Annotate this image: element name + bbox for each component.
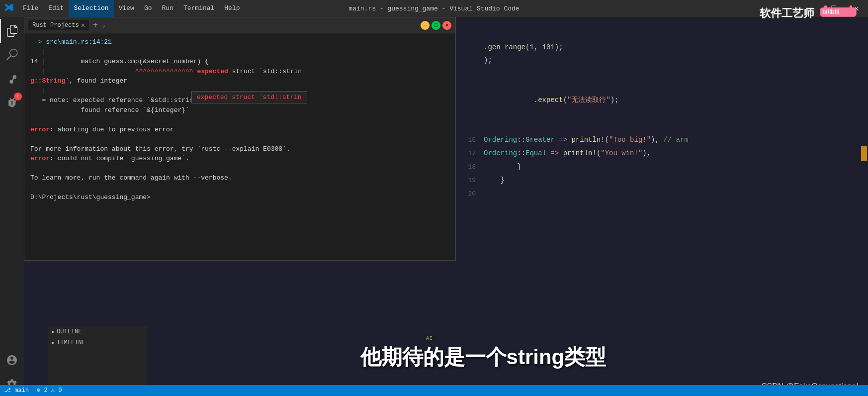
code-line-empty2: [464, 80, 860, 94]
terminal-tab[interactable]: Rust Projects ✕: [28, 20, 89, 30]
terminal-line-2: |: [30, 47, 449, 57]
terminal-line-5: g::String`, found integer: [30, 76, 449, 86]
terminal-line-16: [30, 183, 449, 193]
terminal-content[interactable]: --> src\main.rs:14:21 | 14 | match guess…: [24, 33, 455, 261]
terminal-line-1: --> src\main.rs:14:21: [30, 37, 449, 47]
bilibili-logo: bilibili: [818, 4, 858, 23]
terminal-line-6: |: [30, 86, 449, 96]
code-line-19: 19 }: [464, 174, 860, 187]
code-line-ordering-equal: 17 Ordering::Equal => println!("You win!…: [464, 147, 860, 160]
activity-bar: !: [0, 17, 24, 396]
watermark-text: 软件工艺师: [760, 6, 814, 21]
code-line-expect: .expect("无法读取行");: [464, 94, 860, 106]
terminal-line-14: [30, 164, 449, 174]
menu-help[interactable]: Help: [219, 0, 245, 17]
menu-selection[interactable]: Selection: [69, 0, 113, 17]
code-line-ordering-greater: 16 Ordering::Greater => println!("Too bi…: [464, 133, 860, 147]
timeline-header[interactable]: ▶ TIMELINE: [48, 337, 147, 348]
title-bar: File Edit Selection View Go Run Terminal…: [0, 0, 868, 17]
activity-account[interactable]: [0, 348, 24, 372]
status-errors[interactable]: ⊗ 2 ⚠ 0: [33, 385, 66, 396]
terminal-line-13: error: could not compile `guessing_game`…: [30, 154, 449, 164]
terminal-line-12: For more information about this error, t…: [30, 144, 449, 154]
svg-text:bilibili: bilibili: [822, 8, 840, 15]
terminal-tab-label: Rust Projects: [32, 22, 79, 29]
status-branch[interactable]: ⎇ main: [0, 385, 33, 396]
outline-header[interactable]: ▶ OUTLINE: [48, 326, 147, 337]
terminal-maximize-button[interactable]: □: [432, 21, 440, 30]
terminal-line-11: [30, 134, 449, 144]
terminal-title-left: Rust Projects ✕ + ⌄: [28, 20, 105, 30]
timeline-label: TIMELINE: [57, 339, 86, 346]
terminal-line-8: found reference `&{integer}`: [30, 105, 449, 115]
code-line-16a: .gen_range(1, 101);: [464, 41, 860, 54]
terminal-line-7: = note: expected reference `&std::string…: [30, 96, 449, 105]
menu-go[interactable]: Go: [139, 0, 157, 17]
terminal-line-10: error: aborting due to previous error: [30, 125, 449, 135]
ai-badge: AI: [423, 334, 435, 342]
menu-run[interactable]: Run: [157, 0, 178, 17]
terminal-add-button[interactable]: +: [91, 21, 100, 30]
outline-chevron-icon: ▶: [52, 329, 55, 335]
code-line-17a: );: [464, 54, 860, 67]
code-line-18: 18 }: [464, 160, 860, 174]
editor-content[interactable]: .gen_range(1, 101); );: [456, 37, 868, 316]
menu-file[interactable]: File: [18, 0, 43, 17]
activity-search[interactable]: [0, 43, 24, 67]
svg-rect-3: [850, 5, 852, 9]
terminal-panel: Rust Projects ✕ + ⌄ ─ □ ✕ --> src\main.r…: [24, 17, 456, 261]
menu-edit[interactable]: Edit: [43, 0, 69, 17]
menu-view[interactable]: View: [114, 0, 139, 17]
svg-rect-2: [824, 5, 827, 9]
status-bar: ⎇ main ⊗ 2 ⚠ 0: [0, 385, 868, 396]
code-line-20: 20: [464, 187, 860, 200]
terminal-line-15: To learn more, run the command again wit…: [30, 173, 449, 183]
terminal-chevron-icon[interactable]: ⌄: [102, 21, 105, 29]
editor-scrollbar[interactable]: [861, 146, 867, 161]
terminal-close-button[interactable]: ✕: [442, 21, 451, 30]
editor-area: .gen_range(1, 101); );: [24, 17, 868, 396]
menu-terminal[interactable]: Terminal: [178, 0, 219, 17]
timeline-chevron-icon: ▶: [52, 340, 55, 346]
terminal-title-bar: Rust Projects ✕ + ⌄ ─ □ ✕: [24, 17, 455, 33]
error-badge: !: [14, 93, 22, 100]
main-area: ! .gen_range(1, 101);: [0, 17, 868, 396]
code-line-empty1: [464, 67, 860, 80]
code-line-empty3: [464, 106, 860, 120]
terminal-line-3: 14 | match guess.cmp(&secret_number) {: [30, 57, 449, 67]
vscode-logo-icon: [4, 3, 14, 13]
terminal-line-4: | ^^^^^^^^^^^^^^^ expected struct `std::…: [30, 67, 449, 77]
title-bar-left: File Edit Selection View Go Run Terminal…: [0, 0, 245, 17]
subtitle-text: 他期待的是一个string类型: [360, 345, 607, 369]
activity-explorer[interactable]: [0, 19, 24, 43]
terminal-window-controls: ─ □ ✕: [421, 21, 451, 30]
terminal-tab-close[interactable]: ✕: [81, 21, 85, 29]
activity-debug[interactable]: !: [0, 91, 24, 114]
terminal-minimize-button[interactable]: ─: [421, 21, 430, 30]
outline-label: OUTLINE: [57, 328, 82, 335]
watermark: 软件工艺师 bilibili: [760, 4, 858, 23]
window-title: main.rs - guessing_game - Visual Studio …: [348, 5, 519, 12]
code-line-empty4: [464, 120, 860, 133]
subtitle: 他期待的是一个string类型: [360, 343, 607, 371]
terminal-line-17: D:\Projects\rust\guessing_game>: [30, 193, 449, 202]
terminal-line-9: [30, 115, 449, 125]
activity-source-control[interactable]: [0, 67, 24, 91]
